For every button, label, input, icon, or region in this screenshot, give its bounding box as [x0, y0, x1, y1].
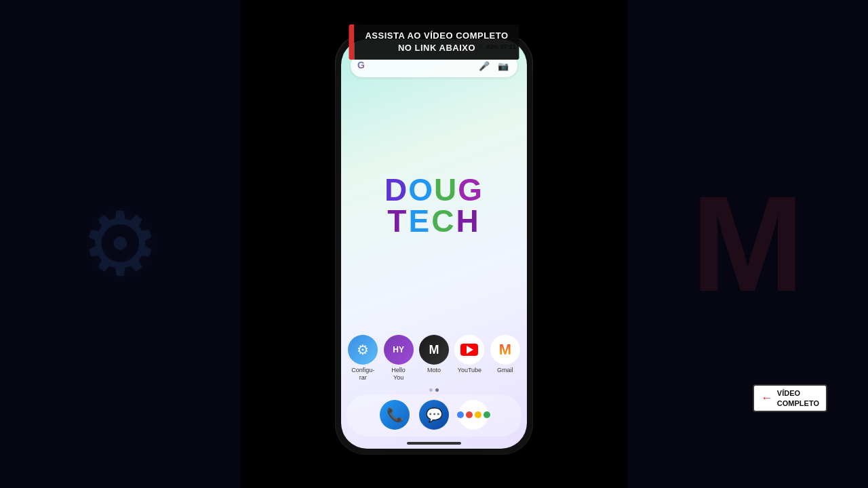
assistant-dot-red	[466, 411, 473, 418]
phone-wrapper: 🔋 83% 07:21 G 🎤 📷 DOUG TECH	[336, 34, 532, 454]
background-left-panel: ⚙	[0, 0, 241, 488]
logo-tech: TECH	[387, 205, 480, 237]
app-youtube[interactable]: YouTube	[454, 335, 484, 382]
logo-doug: DOUG	[384, 174, 484, 205]
settings-label: Configu-rar	[351, 367, 374, 382]
phone-device: 🔋 83% 07:21 G 🎤 📷 DOUG TECH	[336, 34, 532, 454]
google-logo: G	[357, 60, 370, 72]
dock-phone-icon[interactable]: 📞	[380, 400, 410, 430]
assistant-dot-blue	[457, 411, 464, 418]
banner-accent	[349, 24, 354, 60]
app-settings[interactable]: ⚙ Configu-rar	[348, 335, 378, 382]
youtube-label: YouTube	[458, 367, 481, 374]
bg-gmail-icon: M	[691, 166, 804, 322]
dougtech-logo-area: DOUG TECH	[341, 83, 527, 335]
gmail-m: M	[499, 341, 511, 359]
helloyou-icon: HY	[384, 335, 414, 365]
bg-gear-icon: ⚙	[81, 192, 160, 296]
gmail-label: Gmail	[497, 367, 513, 374]
dot-2	[435, 388, 439, 392]
home-indicator[interactable]	[407, 442, 461, 445]
app-gmail[interactable]: M Gmail	[490, 335, 520, 382]
moto-label: Moto	[427, 367, 441, 374]
banner-text: ASSISTA AO VÍDEO COMPLETO NO LINK ABAIXO	[354, 24, 519, 60]
background-right-panel: M	[627, 0, 868, 488]
badge-arrow-icon: ←	[761, 391, 773, 405]
assistant-dot-green	[484, 411, 490, 418]
phone-screen: 🔋 83% 07:21 G 🎤 📷 DOUG TECH	[341, 39, 527, 449]
dock-assistant-icon[interactable]	[458, 400, 488, 430]
helloyou-label: HelloYou	[391, 367, 406, 382]
assistant-dot-yellow	[475, 411, 481, 418]
dot-1	[429, 388, 433, 392]
assistant-dots	[457, 411, 490, 418]
app-helloyou[interactable]: HY HelloYou	[383, 335, 413, 382]
yt-logo	[460, 344, 478, 356]
yt-play-triangle	[467, 346, 473, 354]
settings-icon: ⚙	[348, 335, 378, 365]
microphone-icon[interactable]: 🎤	[477, 58, 492, 73]
moto-icon: M	[419, 335, 449, 365]
youtube-icon	[454, 335, 484, 365]
gmail-icon: M	[490, 335, 520, 365]
top-banner: ASSISTA AO VÍDEO COMPLETO NO LINK ABAIXO	[349, 24, 519, 60]
lens-icon[interactable]: 📷	[496, 58, 511, 73]
badge-text: VÍDEO COMPLETO	[777, 388, 819, 408]
apps-row: ⚙ Configu-rar HY HelloYou M Moto	[341, 335, 527, 382]
page-dots	[341, 388, 527, 392]
video-complete-badge: ← VÍDEO COMPLETO	[753, 384, 827, 412]
bottom-dock: 📞 💬	[347, 394, 521, 436]
app-moto[interactable]: M Moto	[419, 335, 449, 382]
dock-messages-icon[interactable]: 💬	[419, 400, 449, 430]
